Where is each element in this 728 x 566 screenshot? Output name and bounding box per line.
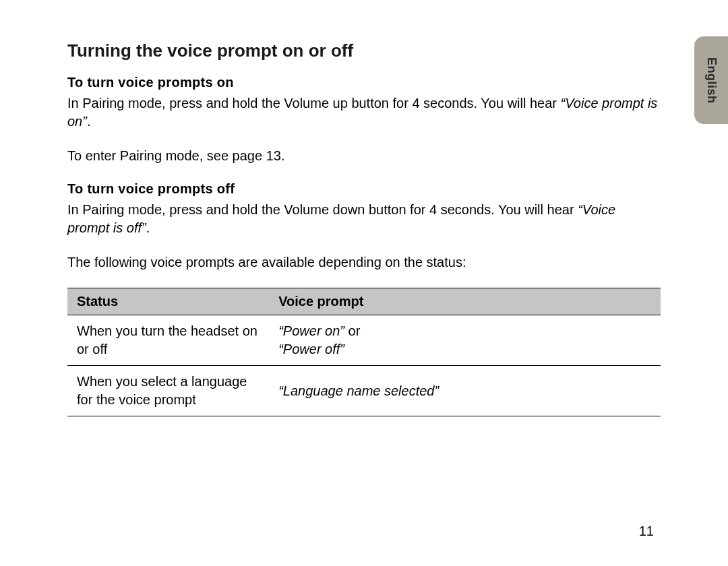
header-voice-prompt: Voice prompt (269, 288, 661, 315)
cell-voice-prompt: “Power on” or “Power off” (269, 315, 661, 366)
voice-quote: “Power on” (278, 323, 344, 338)
page-number: 11 (639, 524, 654, 539)
table-intro: The following voice prompts are availabl… (67, 253, 661, 272)
cell-voice-prompt: “Language name selected” (269, 366, 661, 416)
section-on-heading: To turn voice prompts on (67, 75, 661, 90)
table-row: When you turn the headset on or off “Pow… (67, 315, 661, 366)
cell-status: When you select a language for the voice… (67, 366, 269, 416)
page-title: Turning the voice prompt on or off (67, 40, 661, 61)
language-tab[interactable]: English (694, 36, 728, 124)
section-on-text-after: . (87, 114, 91, 129)
section-off-text-before: In Pairing mode, press and hold the Volu… (67, 202, 578, 217)
section-off-text-after: . (146, 220, 150, 235)
voice-prompt-table: Status Voice prompt When you turn the he… (67, 288, 661, 416)
language-tab-label: English (704, 57, 719, 104)
voice-quote: “Language name selected” (278, 383, 439, 398)
section-off-heading: To turn voice prompts off (67, 181, 661, 197)
cell-status: When you turn the headset on or off (67, 315, 269, 366)
voice-mid: or (344, 323, 360, 338)
section-on-text-before: In Pairing mode, press and hold the Volu… (67, 96, 561, 111)
section-on-body: In Pairing mode, press and hold the Volu… (67, 94, 661, 131)
table-header-row: Status Voice prompt (67, 288, 661, 315)
header-status: Status (67, 288, 269, 315)
section-off-body: In Pairing mode, press and hold the Volu… (67, 201, 661, 237)
table-row: When you select a language for the voice… (67, 366, 661, 416)
voice-quote: “Power off” (278, 342, 344, 356)
pairing-note: To enter Pairing mode, see page 13. (67, 147, 661, 165)
